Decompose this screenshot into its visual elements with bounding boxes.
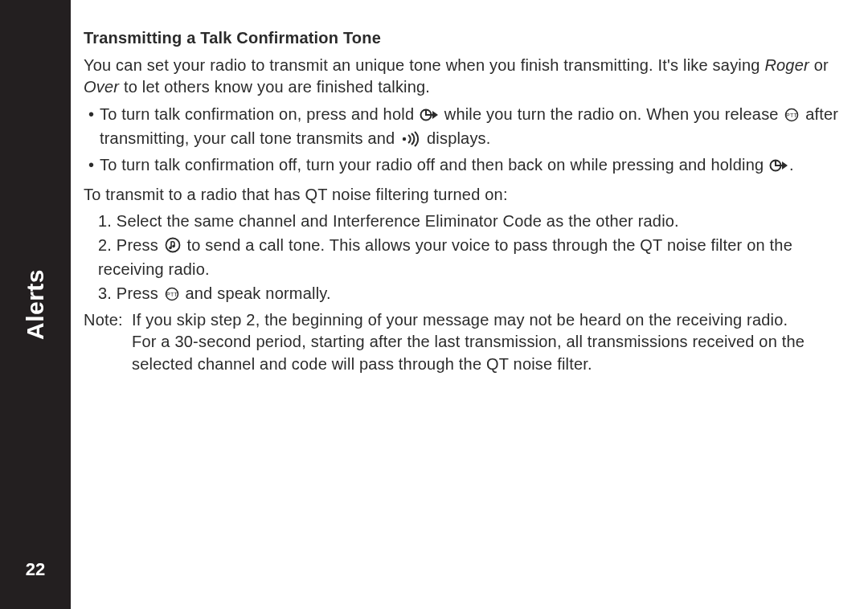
intro-text-2: to let others know you are finished talk… bbox=[119, 78, 430, 96]
intro-paragraph: You can set your radio to transmit an un… bbox=[84, 55, 847, 99]
svg-point-5 bbox=[166, 238, 179, 251]
svg-point-3 bbox=[403, 137, 406, 141]
svg-text:PTT: PTT bbox=[166, 292, 178, 297]
svg-point-6 bbox=[169, 246, 172, 249]
step2-text-b: to send a call tone. This allows your vo… bbox=[98, 236, 792, 279]
heading: Transmitting a Talk Confirmation Tone bbox=[84, 27, 847, 50]
sidebar: Alerts 22 bbox=[0, 0, 71, 609]
step-3: 3. Press PTT and speak normally. bbox=[98, 283, 847, 308]
mon-icon bbox=[770, 157, 788, 179]
italic-over: Over bbox=[84, 78, 119, 96]
note-label: Note: bbox=[84, 309, 132, 376]
section-title: Alerts bbox=[22, 269, 49, 340]
step3-text-a: 3. Press bbox=[98, 284, 163, 302]
step-2: 2. Press to send a call tone. This allow… bbox=[98, 235, 847, 281]
bullet-item-1: To turn talk confirmation on, press and … bbox=[100, 104, 847, 153]
step3-text-b: and speak normally. bbox=[181, 284, 331, 302]
page-content: Transmitting a Talk Confirmation Tone Yo… bbox=[71, 0, 868, 609]
svg-text:PTT: PTT bbox=[787, 112, 798, 118]
bullet-list: To turn talk confirmation on, press and … bbox=[84, 104, 847, 179]
note-text-a: If you skip step 2, the beginning of you… bbox=[132, 309, 847, 332]
mon-icon bbox=[420, 106, 438, 129]
bullet1-text-d: displays. bbox=[422, 129, 490, 147]
bullet2-text-a: To turn talk confirmation off, turn your… bbox=[100, 156, 768, 174]
bullet-item-2: To turn talk confirmation off, turn your… bbox=[100, 154, 847, 179]
ptt-icon: PTT bbox=[784, 106, 799, 129]
bullet1-text-b: while you turn the radio on. When you re… bbox=[440, 105, 783, 123]
call-tone-icon bbox=[165, 237, 181, 260]
bullet1-text-a: To turn talk confirmation on, press and … bbox=[100, 105, 419, 123]
svg-point-7 bbox=[172, 244, 175, 247]
intro-or: or bbox=[809, 56, 829, 74]
note-block: Note: If you skip step 2, the beginning … bbox=[84, 309, 847, 376]
note-text-b: For a 30-second period, starting after t… bbox=[132, 331, 847, 375]
transmit-icon bbox=[401, 130, 420, 153]
step-1: 1. Select the same channel and Interfere… bbox=[98, 210, 847, 233]
intro-text-1: You can set your radio to transmit an un… bbox=[84, 56, 764, 74]
qt-intro: To transmit to a radio that has QT noise… bbox=[84, 184, 847, 206]
italic-roger: Roger bbox=[764, 56, 809, 74]
step2-text-a: 2. Press bbox=[98, 236, 163, 254]
page-number: 22 bbox=[26, 559, 45, 580]
steps-list: 1. Select the same channel and Interfere… bbox=[84, 210, 847, 307]
bullet2-text-b: . bbox=[789, 156, 794, 174]
ptt-icon: PTT bbox=[165, 285, 179, 308]
